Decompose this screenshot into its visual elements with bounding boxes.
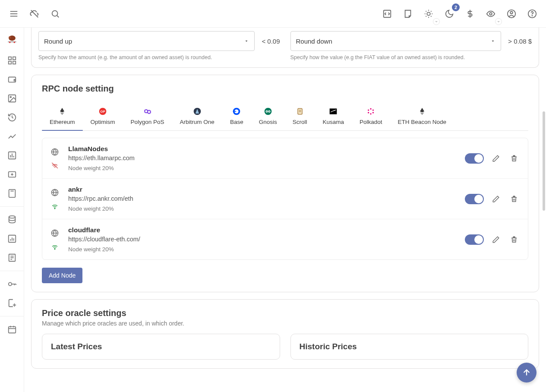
- node-info: LlamaNodes https://eth.llamarpc.com Node…: [68, 145, 456, 171]
- historic-prices-panel: Historic Prices: [290, 334, 529, 360]
- sidebar-item-reports[interactable]: [3, 230, 21, 247]
- tab-scroll[interactable]: Scroll: [285, 102, 315, 130]
- node-row: LlamaNodes https://eth.llamarpc.com Node…: [42, 138, 528, 179]
- tab-arbitrum[interactable]: Arbitrum One: [172, 102, 222, 130]
- tab-ethereum[interactable]: Ethereum: [42, 102, 83, 130]
- node-enable-toggle[interactable]: [465, 153, 484, 164]
- tab-label: Ethereum: [50, 119, 75, 125]
- node-name: cloudflare: [68, 226, 456, 234]
- tab-gnosis[interactable]: Gnosis: [251, 102, 285, 130]
- chevron-down-icon[interactable]: [433, 18, 440, 25]
- svg-rect-29: [13, 61, 15, 64]
- globe-icon: [50, 229, 59, 237]
- node-url: https://rpc.ankr.com/eth: [68, 195, 456, 202]
- node-row: cloudflare https://cloudflare-eth.com/ N…: [42, 219, 528, 259]
- scroll-to-top-fab[interactable]: [517, 363, 537, 383]
- page-scrollbar[interactable]: [543, 111, 545, 211]
- node-enable-toggle[interactable]: [465, 234, 484, 245]
- sidebar-item-dashboard[interactable]: [3, 52, 21, 69]
- svg-rect-72: [233, 111, 237, 112]
- kusama-icon: [328, 107, 338, 116]
- wifi-on-icon: [51, 243, 59, 250]
- sidebar-item-database[interactable]: [3, 211, 21, 228]
- tab-base[interactable]: Base: [222, 102, 251, 130]
- edit-node-button[interactable]: [490, 193, 502, 205]
- tab-polkadot[interactable]: Polkadot: [352, 102, 390, 130]
- sidebar-item-calendar[interactable]: [3, 321, 21, 338]
- pencil-icon: [492, 195, 500, 203]
- theme-light-button[interactable]: [420, 5, 437, 22]
- notifications-button[interactable]: 2: [441, 5, 458, 22]
- cloud-off-button[interactable]: [26, 5, 43, 22]
- node-status-icons: [50, 148, 60, 169]
- tab-label: Polygon PoS: [131, 119, 164, 125]
- svg-point-83: [372, 109, 374, 111]
- polkadot-icon: [366, 107, 376, 116]
- node-url: https://cloudflare-eth.com/: [68, 236, 456, 243]
- node-list[interactable]: LlamaNodes https://eth.llamarpc.com Node…: [42, 138, 528, 260]
- sidebar-item-bars[interactable]: [3, 147, 21, 164]
- account-button[interactable]: [503, 5, 520, 22]
- tab-eth-beacon[interactable]: ETH Beacon Node: [390, 102, 454, 130]
- currency-button[interactable]: [461, 5, 479, 22]
- privacy-button[interactable]: [482, 5, 499, 22]
- edit-node-button[interactable]: [490, 152, 502, 164]
- svg-point-80: [370, 108, 372, 110]
- amount-rounding-select[interactable]: Round up: [38, 31, 255, 51]
- svg-point-25: [13, 41, 15, 43]
- base-icon: [232, 107, 241, 116]
- pencil-icon: [492, 155, 500, 162]
- sidebar-item-calculator[interactable]: [3, 185, 21, 202]
- svg-point-19: [510, 11, 513, 14]
- svg-point-57: [8, 282, 11, 285]
- menu-button[interactable]: [5, 5, 22, 22]
- sidebar-item-history[interactable]: [3, 109, 21, 126]
- node-actions: [465, 193, 520, 205]
- sidebar-item-docs[interactable]: [3, 249, 21, 266]
- tab-label: Base: [230, 119, 243, 125]
- sidebar-item-statistics[interactable]: [3, 128, 21, 145]
- sidebar-item-nfts[interactable]: [3, 90, 21, 107]
- chevron-down-icon: [244, 38, 249, 44]
- add-node-button[interactable]: Add Node: [42, 268, 82, 283]
- node-status-icons: [50, 188, 60, 210]
- node-info: cloudflare https://cloudflare-eth.com/ N…: [68, 226, 456, 253]
- eye-icon: [486, 9, 496, 19]
- tab-polygon[interactable]: Polygon PoS: [123, 102, 172, 130]
- svg-point-91: [54, 208, 55, 209]
- wifi-on-icon: [51, 202, 59, 210]
- svg-line-87: [52, 163, 58, 168]
- tab-kusama[interactable]: Kusama: [315, 102, 352, 130]
- sidebar-separator: [0, 206, 24, 207]
- edit-node-button[interactable]: [490, 234, 502, 246]
- help-icon: [527, 9, 537, 19]
- note-button[interactable]: [399, 5, 417, 22]
- sidebar-item-deposit[interactable]: [3, 166, 21, 183]
- help-button[interactable]: [524, 5, 541, 22]
- node-url: https://eth.llamarpc.com: [68, 155, 456, 161]
- svg-rect-63: [8, 327, 16, 333]
- delete-node-button[interactable]: [508, 193, 520, 205]
- node-enable-toggle[interactable]: [465, 194, 484, 204]
- delete-node-button[interactable]: [508, 152, 520, 164]
- sidebar-item-accounts[interactable]: [3, 71, 21, 88]
- select-value: Round up: [44, 38, 72, 45]
- app-logo[interactable]: [6, 33, 18, 45]
- chevron-down-icon[interactable]: [495, 18, 502, 25]
- oracle-title: Price oracle settings: [42, 308, 528, 318]
- rounding-value-column: Round down > 0.08 $ Specify how the valu…: [290, 31, 532, 60]
- value-rounding-select[interactable]: Round down: [290, 31, 502, 51]
- code-frame-button[interactable]: [379, 5, 396, 22]
- latest-prices-title: Latest Prices: [51, 342, 271, 351]
- topbar-right-group: 2: [379, 5, 541, 22]
- ethereum-icon: [57, 107, 67, 116]
- sidebar-item-import[interactable]: [3, 294, 21, 312]
- tab-optimism[interactable]: OP Optimism: [83, 102, 123, 130]
- svg-rect-26: [8, 57, 11, 60]
- search-button[interactable]: [47, 5, 64, 22]
- node-name: LlamaNodes: [68, 145, 456, 153]
- delete-node-button[interactable]: [508, 234, 520, 246]
- sidebar-item-api-keys[interactable]: [3, 275, 21, 293]
- svg-point-85: [372, 112, 374, 113]
- rpc-title: RPC node setting: [42, 84, 528, 94]
